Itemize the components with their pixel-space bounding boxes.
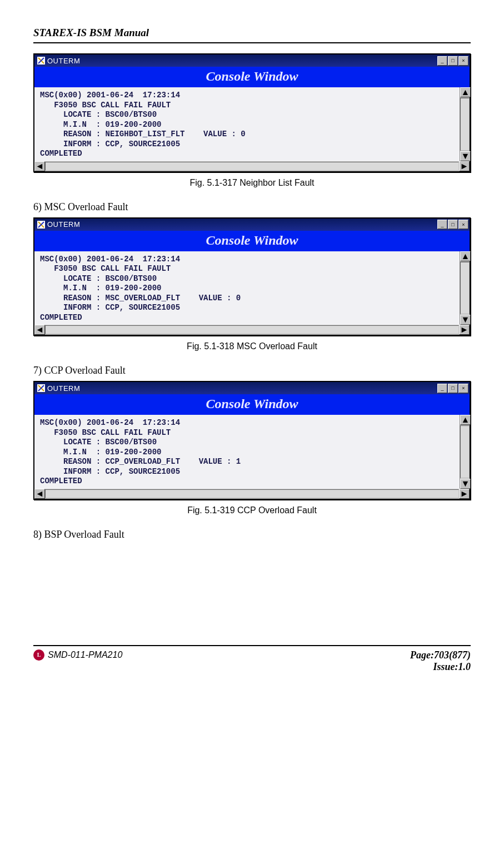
minimize-button[interactable]: _ <box>437 56 447 66</box>
scroll-left-button[interactable]: ◄ <box>34 325 45 335</box>
minimize-icon: _ <box>441 58 443 63</box>
scroll-right-button[interactable]: ► <box>459 489 470 499</box>
figure-caption-1: Fig. 5.1-317 Neighbor List Fault <box>33 178 471 188</box>
chevron-right-icon: ► <box>460 161 469 171</box>
chevron-left-icon: ◄ <box>36 161 44 171</box>
console-output: MSC(0x00) 2001-06-24 17:23:14 F3050 BSC … <box>34 251 460 325</box>
page-header: STAREX-IS BSM Manual <box>33 27 471 39</box>
list-item-7: 7) CCP Overload Fault <box>33 365 471 376</box>
minimize-icon: _ <box>441 385 443 391</box>
page-footer: L SMD-011-PMA210 Page:703(877) Issue:1.0 <box>33 646 471 673</box>
chevron-up-icon: ▲ <box>461 251 470 261</box>
scroll-right-button[interactable]: ► <box>459 161 470 171</box>
window-title: OUTERM <box>47 384 80 393</box>
console-window-3: OUTERM _ □ × Console Window MSC(0x00) 20… <box>33 381 471 500</box>
x-window-icon <box>37 57 45 65</box>
titlebar[interactable]: OUTERM _ □ × <box>34 54 470 67</box>
lg-logo-icon: L <box>33 649 44 661</box>
x-window-icon <box>37 221 45 229</box>
chevron-down-icon: ▼ <box>461 151 470 161</box>
console-banner: Console Window <box>34 67 470 87</box>
page-number: Page:703(877) <box>410 649 471 662</box>
titlebar[interactable]: OUTERM _ □ × <box>34 382 470 394</box>
x-window-icon <box>37 384 45 392</box>
console-banner: Console Window <box>34 231 470 251</box>
scroll-down-button[interactable]: ▼ <box>460 479 471 489</box>
document-id: SMD-011-PMA210 <box>48 650 122 660</box>
scroll-right-button[interactable]: ► <box>459 325 470 335</box>
console-window-2: OUTERM _ □ × Console Window MSC(0x00) 20… <box>33 217 471 336</box>
horizontal-scrollbar[interactable]: ◄ ► <box>34 325 470 335</box>
chevron-left-icon: ◄ <box>36 325 44 335</box>
vertical-scrollbar[interactable]: ▲ ▼ <box>460 87 470 161</box>
scroll-down-button[interactable]: ▼ <box>460 315 471 325</box>
minimize-button[interactable]: _ <box>437 220 447 229</box>
close-icon: × <box>462 385 465 391</box>
scroll-left-button[interactable]: ◄ <box>34 489 45 499</box>
chevron-down-icon: ▼ <box>461 315 470 325</box>
list-item-6: 6) MSC Overload Fault <box>33 201 471 213</box>
horizontal-scrollbar[interactable]: ◄ ► <box>34 161 470 171</box>
figure-caption-2: Fig. 5.1-318 MSC Overload Fault <box>33 341 471 351</box>
horizontal-scrollbar[interactable]: ◄ ► <box>34 489 470 499</box>
window-title: OUTERM <box>47 57 80 65</box>
minimize-button[interactable]: _ <box>437 384 447 393</box>
vertical-scrollbar[interactable]: ▲ ▼ <box>460 251 470 325</box>
maximize-icon: □ <box>451 222 454 227</box>
scroll-up-button[interactable]: ▲ <box>460 251 471 261</box>
scroll-up-button[interactable]: ▲ <box>460 415 471 425</box>
scroll-left-button[interactable]: ◄ <box>34 161 45 171</box>
scroll-up-button[interactable]: ▲ <box>460 87 471 97</box>
maximize-icon: □ <box>451 58 454 63</box>
vertical-scrollbar[interactable]: ▲ ▼ <box>460 415 470 489</box>
titlebar[interactable]: OUTERM _ □ × <box>34 219 470 231</box>
list-item-8: 8) BSP Overload Fault <box>33 529 471 540</box>
scroll-down-button[interactable]: ▼ <box>460 151 471 161</box>
chevron-left-icon: ◄ <box>36 489 44 499</box>
maximize-button[interactable]: □ <box>448 220 458 229</box>
maximize-button[interactable]: □ <box>448 384 458 393</box>
chevron-right-icon: ► <box>460 325 469 335</box>
issue-number: Issue:1.0 <box>410 661 471 673</box>
header-rule <box>33 42 471 43</box>
chevron-down-icon: ▼ <box>461 479 470 489</box>
minimize-icon: _ <box>441 222 443 227</box>
close-icon: × <box>462 222 465 227</box>
console-banner: Console Window <box>34 394 470 415</box>
figure-caption-3: Fig. 5.1-319 CCP Overload Fault <box>33 505 471 515</box>
console-output: MSC(0x00) 2001-06-24 17:23:14 F3050 BSC … <box>34 415 460 489</box>
window-title: OUTERM <box>47 220 80 229</box>
console-output: MSC(0x00) 2001-06-24 17:23:14 F3050 BSC … <box>34 87 460 161</box>
close-button[interactable]: × <box>458 220 468 229</box>
chevron-right-icon: ► <box>460 489 469 499</box>
close-button[interactable]: × <box>458 56 468 66</box>
manual-title: STAREX-IS BSM Manual <box>33 27 149 39</box>
close-icon: × <box>462 58 465 63</box>
maximize-button[interactable]: □ <box>448 56 458 66</box>
close-button[interactable]: × <box>458 384 468 393</box>
console-window-1: OUTERM _ □ × Console Window MSC(0x00) 20… <box>33 53 471 172</box>
maximize-icon: □ <box>451 385 454 391</box>
chevron-up-icon: ▲ <box>461 415 470 425</box>
chevron-up-icon: ▲ <box>461 87 470 97</box>
